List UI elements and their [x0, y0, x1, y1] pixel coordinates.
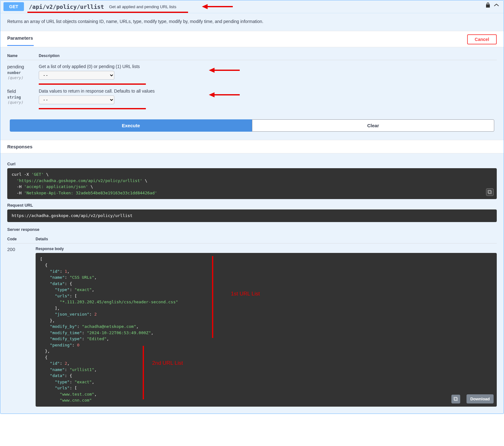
annotation-arrow — [202, 4, 233, 9]
field-select[interactable]: -- — [39, 95, 114, 104]
cancel-button[interactable]: Cancel — [467, 34, 497, 44]
param-desc: Data values to return in response call. … — [39, 89, 497, 94]
annotation-divider — [212, 256, 213, 338]
param-in: (query) — [7, 76, 39, 80]
col-desc-header: Description — [39, 54, 497, 58]
param-row-field: field string (query) Data values to retu… — [7, 85, 497, 109]
method-badge: GET — [3, 2, 24, 11]
request-url-box: https://achadha.goskope.com/api/v2/polic… — [7, 209, 497, 222]
responses-area: Curl curl -X 'GET' \ 'https://achadha.go… — [0, 153, 504, 414]
parameters-table: Name Description pending number (query) … — [0, 47, 504, 116]
param-desc: Get a list of only applied (0) or pendin… — [39, 64, 497, 69]
param-type: number — [7, 71, 39, 75]
parameters-title: Parameters — [7, 35, 34, 44]
response-code: 200 — [7, 247, 36, 407]
server-response-label: Server response — [7, 227, 497, 232]
svg-rect-0 — [489, 191, 491, 194]
svg-rect-1 — [488, 190, 491, 193]
pending-select[interactable]: -- — [39, 71, 114, 80]
annotation-first-url-list: 1st URL List — [231, 291, 260, 297]
endpoint-summary: Get all applied and pending URL lists — [109, 4, 176, 9]
svg-rect-3 — [454, 397, 457, 400]
request-url-label: Request URL — [7, 203, 497, 208]
operation-summary[interactable]: GET /api/v2/policy/urllist Get all appli… — [0, 0, 504, 13]
response-body-box: [ { "id": 1, "name": "CSS URLs", "data":… — [36, 253, 497, 407]
operation-block: GET /api/v2/policy/urllist Get all appli… — [0, 0, 504, 414]
code-header: Code — [7, 237, 36, 241]
execute-button[interactable]: Execute — [10, 119, 252, 132]
action-buttons: Execute Clear — [0, 116, 504, 140]
col-name-header: Name — [7, 54, 39, 58]
annotation-underline — [39, 108, 146, 109]
copy-icon[interactable] — [451, 395, 460, 403]
param-row-pending: pending number (query) Get a list of onl… — [7, 60, 497, 85]
annotation-second-url-list: 2nd URL List — [152, 360, 183, 366]
annotation-underline — [27, 12, 188, 13]
download-button[interactable]: Download — [467, 394, 494, 403]
curl-label: Curl — [7, 162, 497, 166]
lock-icon[interactable] — [485, 2, 490, 8]
annotation-divider — [143, 346, 144, 399]
details-header: Details — [36, 237, 497, 241]
param-type: string — [7, 95, 39, 100]
responses-title: Responses — [0, 140, 504, 153]
chevron-up-icon[interactable] — [494, 3, 499, 7]
tab-underline — [7, 45, 34, 46]
endpoint-path: /api/v2/policy/urllist — [29, 3, 104, 10]
operation-description: Returns an array of URL list objects con… — [0, 13, 504, 31]
param-name: pending — [7, 64, 39, 69]
parameters-bar: Parameters Cancel — [0, 31, 504, 47]
param-name: field — [7, 89, 39, 94]
clear-button[interactable]: Clear — [252, 119, 494, 132]
param-in: (query) — [7, 100, 39, 105]
curl-box: curl -X 'GET' \ 'https://achadha.goskope… — [7, 168, 497, 199]
copy-icon[interactable] — [486, 188, 494, 196]
svg-rect-2 — [455, 398, 457, 401]
response-body-label: Response body — [36, 247, 497, 251]
